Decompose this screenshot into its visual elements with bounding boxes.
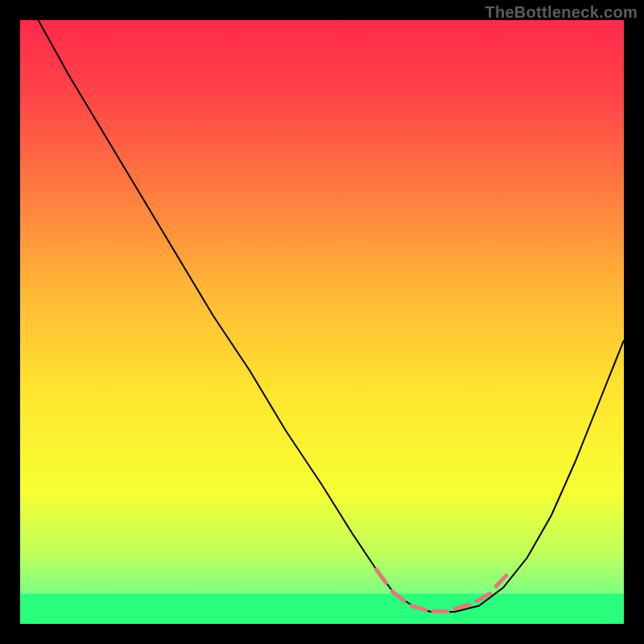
bottleneck-chart [20, 20, 624, 624]
optimal-band [20, 594, 624, 625]
watermark-text: TheBottleneck.com [485, 3, 638, 22]
chart-container [20, 20, 624, 624]
heat-gradient-background [20, 20, 624, 624]
